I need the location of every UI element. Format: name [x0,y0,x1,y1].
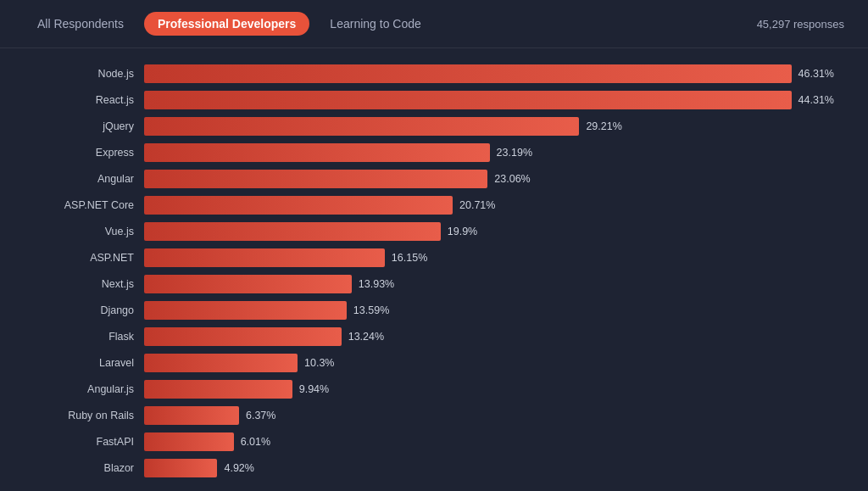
bar-fill [144,354,298,372]
bar-wrapper: 20.71% [144,196,834,215]
bar-row: ASP.NET Core20.71% [34,195,834,215]
bar-percentage: 6.37% [246,410,275,421]
bar-wrapper: 23.19% [144,143,834,162]
bar-row: Angular.js9.94% [34,379,834,399]
bar-label: ASP.NET Core [34,199,144,211]
tab-all[interactable]: All Respondents [24,12,137,36]
bar-row: Laravel10.3% [34,353,834,373]
bar-wrapper: 19.9% [144,222,834,241]
bar-label: React.js [34,94,144,106]
bar-row: Vue.js19.9% [34,221,834,242]
bar-fill [144,327,342,346]
bar-wrapper: 9.94% [144,380,834,399]
tab-pro[interactable]: Professional Developers [144,12,309,36]
bar-label: Blazor [34,462,144,474]
bar-label: Next.js [34,278,144,290]
bar-row: Flask13.24% [34,326,834,347]
bar-percentage: 13.24% [348,331,384,343]
bar-wrapper: 13.24% [144,327,834,346]
header: All RespondentsProfessional DevelopersLe… [0,0,868,48]
bar-fill [144,117,579,136]
bar-row: Django13.59% [34,300,834,321]
bar-row: Node.js46.31% [34,64,834,84]
bar-percentage: 23.19% [497,147,532,159]
bar-percentage: 13.59% [353,304,389,316]
bar-percentage: 9.94% [299,383,329,395]
bar-label: Angular [34,173,144,185]
bar-percentage: 23.06% [494,173,530,185]
bar-wrapper: 44.31% [144,91,834,109]
bar-fill [144,301,347,320]
bar-fill [144,196,453,215]
bar-row: React.js44.31% [34,90,834,110]
tab-learning[interactable]: Learning to Code [316,12,434,36]
bar-wrapper: 16.15% [144,248,834,267]
bar-label: ASP.NET [34,252,144,264]
bar-wrapper: 4.92% [144,459,834,477]
bar-label: jQuery [34,120,144,132]
bar-wrapper: 10.3% [144,354,834,372]
bar-wrapper: 6.37% [144,406,834,425]
bar-row: Blazor4.92% [34,458,834,478]
bar-row: FastAPI6.01% [34,432,834,452]
bar-percentage: 19.9% [448,226,477,237]
bar-row: Next.js13.93% [34,274,834,294]
bar-wrapper: 29.21% [144,117,834,136]
bar-label: Vue.js [34,226,144,237]
bar-percentage: 10.3% [304,357,334,369]
bar-percentage: 4.92% [224,462,253,474]
response-count: 45,297 responses [757,18,844,31]
bar-fill [144,143,490,162]
bar-percentage: 6.01% [241,436,270,448]
bar-percentage: 20.71% [459,199,495,211]
bar-fill [144,64,792,83]
bar-percentage: 29.21% [586,120,621,132]
bar-fill [144,91,792,109]
bar-percentage: 44.31% [798,94,834,106]
bar-percentage: 16.15% [392,252,427,264]
bar-label: Ruby on Rails [34,410,144,421]
bar-label: Angular.js [34,383,144,395]
bar-fill [144,248,385,267]
bar-wrapper: 6.01% [144,432,834,451]
bar-fill [144,222,441,241]
bar-label: Laravel [34,357,144,369]
bar-label: Flask [34,331,144,343]
bar-wrapper: 23.06% [144,170,834,188]
bar-percentage: 46.31% [798,68,834,80]
bar-label: Django [34,304,144,316]
bar-label: FastAPI [34,436,144,448]
bar-wrapper: 46.31% [144,64,834,83]
bar-fill [144,170,487,188]
bar-fill [144,406,239,425]
bar-row: Ruby on Rails6.37% [34,405,834,426]
tab-bar: All RespondentsProfessional DevelopersLe… [24,12,435,36]
bar-row: ASP.NET16.15% [34,248,834,268]
bar-row: Angular23.06% [34,169,834,189]
bar-wrapper: 13.93% [144,275,834,293]
bar-percentage: 13.93% [359,278,394,290]
bar-label: Node.js [34,68,144,80]
bar-label: Express [34,147,144,159]
bar-row: Express23.19% [34,142,834,163]
bar-fill [144,275,352,293]
bar-fill [144,380,292,399]
bar-fill [144,459,217,477]
chart-area: Node.js46.31%React.js44.31%jQuery29.21%E… [0,48,868,491]
bar-fill [144,432,234,451]
bar-row: jQuery29.21% [34,116,834,137]
bar-wrapper: 13.59% [144,301,834,320]
